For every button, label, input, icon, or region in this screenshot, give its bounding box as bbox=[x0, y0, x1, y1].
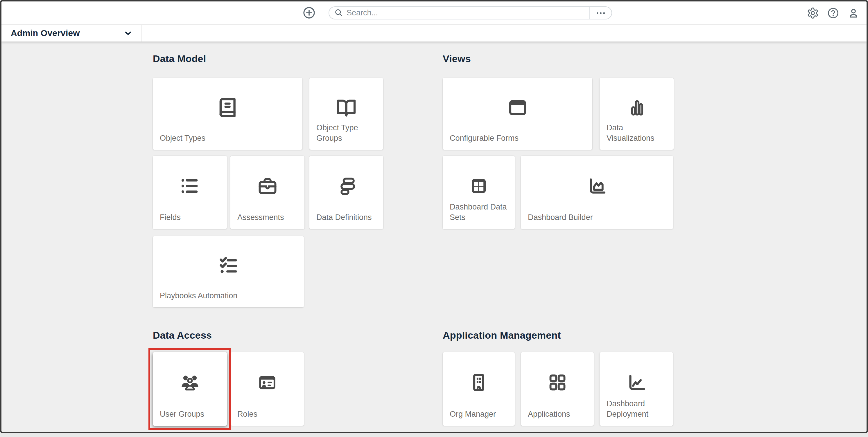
section-title-data-model: Data Model bbox=[153, 53, 206, 64]
tile-label: Object Types bbox=[160, 133, 298, 143]
tile-dashboard-deployment[interactable]: Dashboard Deployment bbox=[599, 352, 673, 426]
stacked-bars-icon bbox=[336, 175, 357, 198]
tile-data-definitions[interactable]: Data Definitions bbox=[309, 156, 383, 229]
tile-label: Applications bbox=[528, 409, 590, 419]
open-book-icon bbox=[336, 97, 357, 119]
secondary-nav-bar: Admin Overview bbox=[1, 25, 867, 41]
section-title-data-access: Data Access bbox=[153, 330, 212, 341]
tile-org-manager[interactable]: Org Manager bbox=[443, 352, 515, 426]
more-dots-icon[interactable] bbox=[590, 7, 612, 20]
section-title-views: Views bbox=[443, 53, 471, 64]
tile-label: Playbooks Automation bbox=[160, 291, 300, 301]
tile-label: Configurable Forms bbox=[450, 133, 588, 143]
tile-label: Data Visualizations bbox=[607, 123, 670, 143]
tile-label: Dashboard Data Sets bbox=[450, 202, 511, 223]
tile-user-groups[interactable]: User Groups bbox=[153, 352, 227, 426]
building-icon bbox=[468, 372, 490, 394]
tile-label: Roles bbox=[237, 409, 300, 419]
tile-fields[interactable]: Fields bbox=[153, 156, 227, 229]
admin-overview-label: Admin Overview bbox=[11, 28, 80, 38]
list-icon bbox=[180, 175, 200, 198]
book-icon bbox=[217, 97, 239, 120]
search-icon bbox=[334, 8, 343, 18]
tile-object-types[interactable]: Object Types bbox=[153, 78, 302, 150]
browser-window-icon bbox=[507, 97, 528, 119]
briefcase-icon bbox=[257, 175, 278, 198]
chevron-down-icon bbox=[123, 28, 133, 38]
admin-overview-dropdown[interactable]: Admin Overview bbox=[1, 25, 141, 41]
top-bar bbox=[1, 1, 867, 24]
id-card-icon bbox=[256, 372, 278, 394]
user-group-icon bbox=[179, 371, 201, 395]
nav-divider bbox=[141, 25, 142, 41]
tile-label: Fields bbox=[160, 212, 223, 223]
user-icon[interactable] bbox=[847, 7, 860, 19]
admin-overview-content: Data Model Views Data Access Application… bbox=[1, 41, 867, 432]
tile-applications[interactable]: Applications bbox=[521, 352, 594, 426]
topbar-right-icons bbox=[807, 1, 860, 24]
tile-label: Dashboard Deployment bbox=[607, 398, 669, 419]
tile-label: User Groups bbox=[160, 409, 223, 419]
line-chart-icon bbox=[626, 372, 647, 394]
search-input[interactable] bbox=[347, 8, 589, 18]
section-title-application-management: Application Management bbox=[443, 330, 561, 341]
tile-configurable-forms[interactable]: Configurable Forms bbox=[443, 78, 592, 150]
tile-playbooks-automation[interactable]: Playbooks Automation bbox=[153, 236, 304, 307]
tile-label: Org Manager bbox=[450, 409, 511, 419]
tile-roles[interactable]: Roles bbox=[230, 352, 304, 426]
app-window: Admin Overview Data Model Views Data Acc… bbox=[0, 0, 868, 433]
tile-dashboard-data-sets[interactable]: Dashboard Data Sets bbox=[443, 156, 515, 229]
tile-label: Dashboard Builder bbox=[528, 212, 669, 223]
area-chart-icon bbox=[587, 175, 608, 198]
tile-data-visualizations[interactable]: Data Visualizations bbox=[599, 78, 674, 150]
add-circle-icon[interactable] bbox=[302, 6, 316, 20]
tile-assessments[interactable]: Assessments bbox=[230, 156, 304, 229]
tile-label: Object Type Groups bbox=[316, 123, 379, 143]
table-grid-icon bbox=[468, 175, 489, 198]
checklist-icon bbox=[218, 255, 239, 277]
tile-dashboard-builder[interactable]: Dashboard Builder bbox=[521, 156, 673, 229]
tile-object-type-groups[interactable]: Object Type Groups bbox=[309, 78, 383, 150]
tile-label: Data Definitions bbox=[316, 212, 379, 223]
grid-squares-icon bbox=[547, 372, 568, 394]
help-icon[interactable] bbox=[827, 7, 839, 19]
settings-gear-icon[interactable] bbox=[807, 7, 819, 19]
search-bar[interactable] bbox=[329, 6, 612, 20]
bar-chart-icon bbox=[626, 97, 647, 119]
tile-label: Assessments bbox=[237, 212, 300, 223]
